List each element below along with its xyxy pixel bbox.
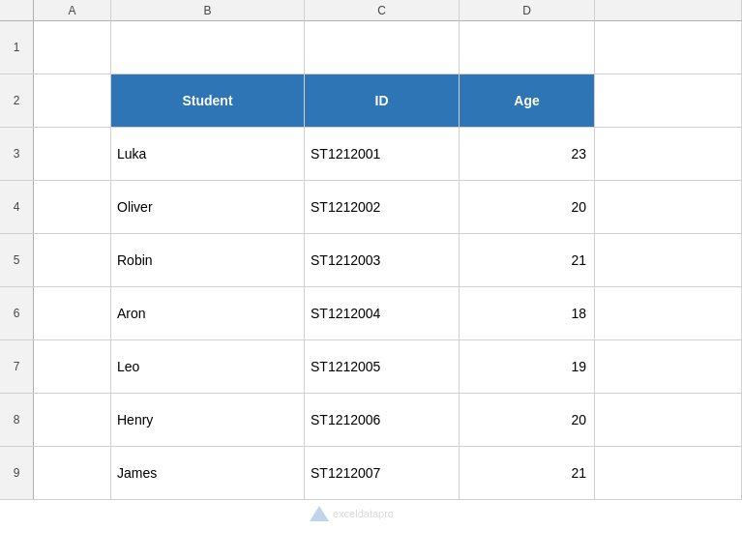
cell-4d[interactable]: 20 — [460, 181, 595, 233]
table-row: 4 Oliver ST1212002 20 — [0, 181, 742, 234]
cell-2d-header[interactable]: Age — [460, 74, 595, 127]
corner-cell — [0, 0, 34, 21]
table-row: 2 Student ID Age — [0, 74, 742, 128]
cell-3rest — [595, 128, 742, 180]
cell-2a[interactable] — [34, 74, 111, 127]
row-header-7: 7 — [0, 340, 34, 393]
cell-5d[interactable]: 21 — [460, 234, 595, 286]
row-header-1: 1 — [0, 21, 34, 74]
col-header-rest — [595, 0, 742, 21]
cell-1rest — [595, 21, 742, 74]
id-header-label: ID — [375, 93, 389, 108]
cell-4a[interactable] — [34, 181, 111, 233]
table-row: 1 — [0, 21, 742, 74]
cell-7d[interactable]: 19 — [460, 340, 595, 393]
cell-9d[interactable]: 21 — [460, 447, 595, 499]
cell-9a[interactable] — [34, 447, 111, 499]
cell-5b[interactable]: Robin — [111, 234, 305, 286]
cell-6a[interactable] — [34, 287, 111, 339]
watermark: exceldatapro — [310, 506, 394, 521]
cell-4b[interactable]: Oliver — [111, 181, 305, 233]
row-header-8: 8 — [0, 394, 34, 446]
cell-8c[interactable]: ST1212006 — [305, 394, 460, 446]
student-header-label: Student — [182, 93, 232, 108]
cell-1a[interactable] — [34, 21, 111, 74]
cell-8a[interactable] — [34, 394, 111, 446]
cell-6d[interactable]: 18 — [460, 287, 595, 339]
cell-2c-header[interactable]: ID — [305, 74, 460, 127]
column-headers: A B C D — [0, 0, 742, 21]
cell-3d[interactable]: 23 — [460, 128, 595, 180]
cell-2b-header[interactable]: Student — [111, 74, 305, 127]
cell-1c[interactable] — [305, 21, 460, 74]
cell-7c[interactable]: ST1212005 — [305, 340, 460, 393]
table-row: 7 Leo ST1212005 19 — [0, 340, 742, 394]
table-row: 9 James ST1212007 21 — [0, 447, 742, 500]
col-header-d: D — [460, 0, 595, 21]
cell-6c[interactable]: ST1212004 — [305, 287, 460, 339]
cell-7rest — [595, 340, 742, 393]
watermark-logo — [310, 506, 329, 521]
cell-4rest — [595, 181, 742, 233]
table-row: 3 Luka ST1212001 23 — [0, 128, 742, 181]
row-header-6: 6 — [0, 287, 34, 339]
cell-1d[interactable] — [460, 21, 595, 74]
cell-9b[interactable]: James — [111, 447, 305, 499]
col-header-a: A — [34, 0, 111, 21]
col-header-b: B — [111, 0, 305, 21]
cell-4c[interactable]: ST1212002 — [305, 181, 460, 233]
cell-3b[interactable]: Luka — [111, 128, 305, 180]
cell-8rest — [595, 394, 742, 446]
cell-1b[interactable] — [111, 21, 305, 74]
row-header-5: 5 — [0, 234, 34, 286]
cell-7a[interactable] — [34, 340, 111, 393]
watermark-text: exceldatapro — [333, 508, 394, 519]
row-header-9: 9 — [0, 447, 34, 499]
row-header-2: 2 — [0, 74, 34, 127]
row-header-4: 4 — [0, 181, 34, 233]
data-rows-container: 3 Luka ST1212001 23 4 Oliver ST1212002 2… — [0, 128, 742, 500]
cell-3c[interactable]: ST1212001 — [305, 128, 460, 180]
cell-2rest — [595, 74, 742, 127]
cell-5rest — [595, 234, 742, 286]
table-row: 6 Aron ST1212004 18 — [0, 287, 742, 340]
col-header-c: C — [305, 0, 460, 21]
cell-8b[interactable]: Henry — [111, 394, 305, 446]
cell-7b[interactable]: Leo — [111, 340, 305, 393]
cell-6b[interactable]: Aron — [111, 287, 305, 339]
cell-5a[interactable] — [34, 234, 111, 286]
cell-9rest — [595, 447, 742, 499]
rows-area: 1 2 Student ID Age 3 Luka — [0, 21, 742, 500]
table-row: 5 Robin ST1212003 21 — [0, 234, 742, 287]
table-row: 8 Henry ST1212006 20 — [0, 394, 742, 447]
age-header-label: Age — [514, 93, 539, 108]
cell-6rest — [595, 287, 742, 339]
cell-9c[interactable]: ST1212007 — [305, 447, 460, 499]
cell-5c[interactable]: ST1212003 — [305, 234, 460, 286]
spreadsheet: A B C D 1 2 Student ID Age — [0, 0, 742, 560]
cell-3a[interactable] — [34, 128, 111, 180]
row-header-3: 3 — [0, 128, 34, 180]
cell-8d[interactable]: 20 — [460, 394, 595, 446]
